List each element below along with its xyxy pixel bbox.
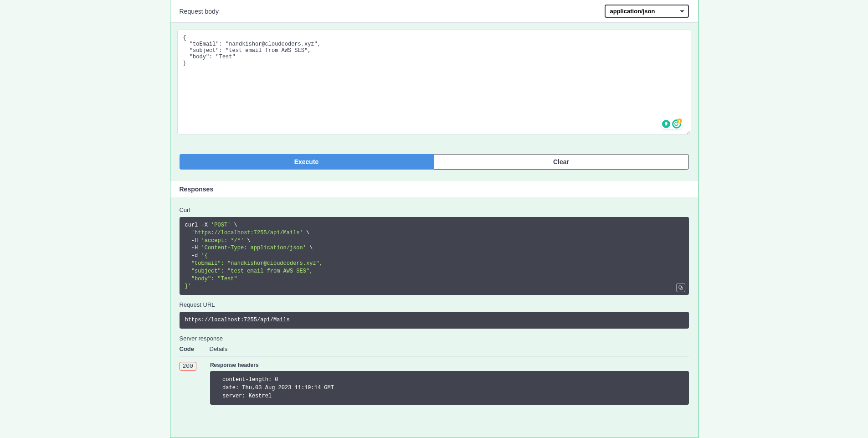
server-response-label: Server response <box>180 335 689 342</box>
request-url-block: https://localhost:7255/api/Mails <box>180 312 689 329</box>
response-table-header: Code Details <box>180 345 689 356</box>
copy-curl-button[interactable] <box>676 283 685 292</box>
response-headers-block: content-length: 0 date: Thu,03 Aug 2023 … <box>210 371 689 405</box>
action-buttons-row: Execute Clear <box>170 143 698 181</box>
execute-button[interactable]: Execute <box>180 154 434 170</box>
curl-label: Curl <box>180 206 689 213</box>
request-body-area: G <box>170 23 698 143</box>
request-body-textarea[interactable] <box>177 30 691 134</box>
details-column-header: Details <box>210 345 689 352</box>
swagger-operation-panel: Request body application/json G Execute … <box>170 0 699 438</box>
code-column-header: Code <box>180 345 210 352</box>
clear-button[interactable]: Clear <box>434 154 689 170</box>
content-type-select-wrapper: application/json <box>605 5 689 18</box>
response-row: 200 Response headers content-length: 0 d… <box>180 362 689 405</box>
status-code-badge: 200 <box>180 362 196 371</box>
responses-body: Curl curl -X 'POST' \ 'https://localhost… <box>170 197 698 414</box>
curl-code-block: curl -X 'POST' \ 'https://localhost:7255… <box>180 217 689 295</box>
status-code-cell: 200 <box>180 362 196 370</box>
request-body-header: Request body application/json <box>170 0 698 23</box>
textarea-wrapper: G <box>177 30 691 136</box>
response-headers-label: Response headers <box>210 362 689 368</box>
responses-heading: Responses <box>170 181 698 197</box>
content-type-select[interactable]: application/json <box>605 5 689 18</box>
response-details: Response headers content-length: 0 date:… <box>210 362 689 405</box>
request-url-label: Request URL <box>180 301 689 308</box>
grammarly-widget[interactable]: G <box>660 119 683 129</box>
bulb-icon <box>662 120 670 128</box>
request-body-label: Request body <box>180 8 219 15</box>
grammarly-icon: G <box>672 119 681 129</box>
